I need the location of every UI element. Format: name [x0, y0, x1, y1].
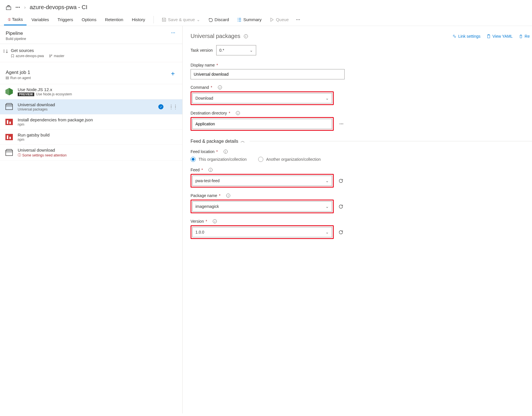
svg-rect-14 [7, 135, 8, 139]
agent-job[interactable]: Agent job 1 Run on agent + [0, 66, 182, 84]
tab-triggers[interactable]: Triggers [54, 14, 77, 25]
browse-button[interactable]: ··· [338, 119, 345, 128]
package-icon [5, 148, 14, 157]
link-icon [452, 34, 456, 38]
toolbar-overflow[interactable]: ··· [293, 16, 303, 24]
trash-icon [519, 34, 523, 38]
queue-button[interactable]: Queue [266, 15, 292, 24]
tab-bar: ①Tasks Variables Triggers Options Retent… [0, 13, 532, 26]
discard-label: Discard [215, 17, 229, 22]
radio-icon [191, 157, 196, 162]
package-label: Package name [191, 193, 217, 198]
chevron-up-icon[interactable]: ︿ [240, 138, 245, 144]
feed-select[interactable]: pwa-test-feed ⌄ [192, 176, 332, 186]
display-name-input[interactable] [191, 69, 345, 79]
tab-tasks[interactable]: ①Tasks [4, 14, 27, 25]
dest-dir-label: Destination directory [191, 111, 227, 115]
task-node-install-deps[interactable]: Install dependencies from package.json n… [0, 114, 182, 130]
svg-marker-7 [9, 88, 13, 95]
highlight-box: imagemagick ⌄ [191, 200, 334, 213]
warning-icon: ① [8, 17, 11, 22]
divider [250, 141, 532, 141]
svg-rect-12 [9, 120, 11, 122]
feed-loc-radio-other-org[interactable]: Another organization/collection [258, 157, 321, 162]
feed-label: Feed [191, 168, 200, 172]
info-icon[interactable]: i [224, 150, 228, 154]
tab-history[interactable]: History [128, 14, 149, 25]
task-details-panel: Universal packages i Link settings View … [183, 26, 532, 413]
task-version-label: Task version [191, 48, 213, 53]
refresh-icon[interactable] [338, 204, 343, 209]
get-sources-title: Get sources [11, 48, 64, 53]
required-mark: * [211, 85, 212, 90]
task-title: Use Node.JS 12.x [18, 87, 178, 92]
task-subtitle: PREVIEWUse Node.js ecosystem [18, 92, 178, 96]
sources-icon [3, 49, 8, 54]
feed-loc-radio-this-org[interactable]: This organization/collection [191, 157, 247, 162]
command-label: Command [191, 85, 209, 90]
svg-rect-16 [9, 135, 11, 137]
summary-label: Summary [243, 17, 262, 22]
discard-button[interactable]: Discard [205, 15, 232, 24]
version-select[interactable]: 1.0.0 ⌄ [192, 227, 332, 237]
save-icon [162, 17, 166, 22]
command-select[interactable]: Download ⌄ [192, 93, 332, 103]
highlight-box [191, 117, 334, 131]
package-select[interactable]: imagemagick ⌄ [192, 201, 332, 212]
task-subtitle: npm [18, 138, 178, 142]
view-yaml[interactable]: View YAML [487, 34, 513, 39]
svg-rect-18 [488, 35, 490, 38]
info-icon[interactable]: i [244, 34, 248, 38]
info-icon[interactable]: i [209, 168, 213, 172]
remove-link[interactable]: Re [519, 34, 530, 39]
required-mark: * [201, 168, 203, 172]
info-icon[interactable]: i [218, 85, 222, 89]
chevron-down-icon: ⌄ [325, 230, 329, 234]
pipeline-more[interactable]: ··· [170, 31, 177, 35]
task-title: Install dependencies from package.json [18, 117, 178, 122]
tab-retention[interactable]: Retention [101, 14, 127, 25]
refresh-icon[interactable] [338, 230, 343, 235]
save-queue-button[interactable]: Save & queue ⌄ [158, 15, 204, 25]
chevron-down-icon: ⌄ [325, 178, 329, 183]
tab-options[interactable]: Options [78, 14, 100, 25]
undo-icon [208, 17, 213, 22]
svg-rect-5 [6, 78, 9, 79]
summary-button[interactable]: Summary [234, 15, 265, 24]
info-icon[interactable]: i [226, 194, 230, 198]
repo-name: azure-devops-pwa [11, 54, 44, 58]
task-subtitle: Universal packages [18, 107, 154, 111]
dest-dir-input[interactable] [192, 119, 332, 129]
npm-icon [5, 117, 14, 126]
task-node-universal-download[interactable]: Universal download Universal packages ✓ … [0, 99, 182, 114]
chevron-down-icon: ⌄ [325, 96, 329, 101]
svg-rect-0 [6, 7, 11, 10]
error-icon: ⓘ [18, 153, 21, 158]
branch-icon [49, 54, 52, 58]
svg-rect-17 [6, 150, 13, 156]
task-node-universal-download-2[interactable]: Universal download ⓘSome settings need a… [0, 145, 182, 161]
task-node-use-node[interactable]: Use Node.JS 12.x PREVIEWUse Node.js ecos… [0, 84, 182, 99]
task-node-gatsby-build[interactable]: Run gatsby build npm [0, 130, 182, 145]
breadcrumb: ··· › azure-devops-pwa - CI [0, 0, 532, 13]
grip-icon[interactable]: ⋮⋮⋮⋮ [169, 105, 178, 108]
highlight-box: 1.0.0 ⌄ [191, 225, 334, 239]
task-title: Run gatsby build [18, 132, 178, 137]
section-feed-details[interactable]: Feed & package details [191, 139, 238, 144]
svg-rect-9 [5, 119, 13, 125]
breadcrumb-overflow[interactable]: ··· [15, 4, 20, 11]
info-icon[interactable]: i [236, 111, 240, 115]
pipeline-header[interactable]: Pipeline Build pipeline ··· [0, 26, 182, 44]
panel-title: Universal packages [191, 33, 240, 39]
refresh-icon[interactable] [338, 178, 343, 183]
branch-name: master [49, 54, 64, 58]
pipeline-title: Pipeline [6, 31, 26, 36]
tab-variables[interactable]: Variables [28, 14, 52, 25]
info-icon[interactable]: i [213, 219, 217, 223]
get-sources[interactable]: Get sources azure-devops-pwa master [0, 44, 182, 62]
task-version-select[interactable]: 0.* ⌄ [216, 45, 256, 55]
task-subtitle: npm [18, 122, 178, 126]
add-task-button[interactable]: + [169, 70, 177, 78]
divider [153, 16, 154, 23]
link-settings[interactable]: Link settings [452, 34, 480, 39]
